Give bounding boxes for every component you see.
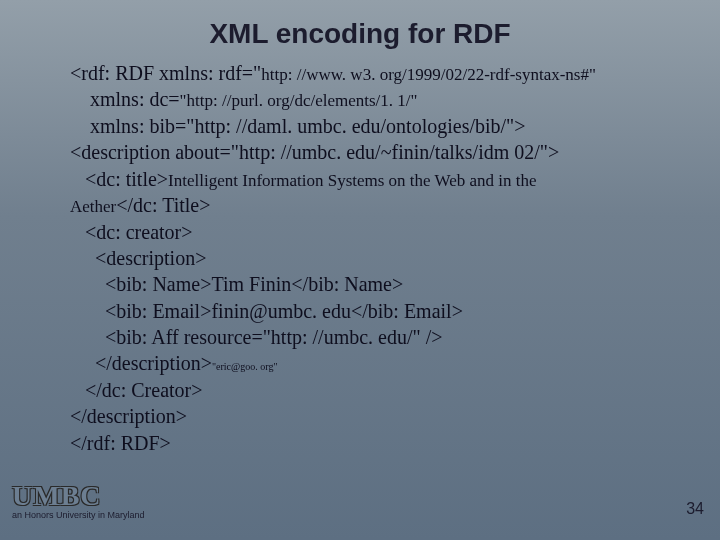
code-text: <dc: title>	[70, 168, 168, 190]
code-line: <description about="http: //umbc. edu/~f…	[70, 139, 680, 165]
code-line: </description>	[70, 403, 680, 429]
footer-brand-block: UMBC an Honors University in Maryland	[12, 483, 145, 520]
code-line: </description>"eric@goo. org"	[70, 350, 680, 376]
code-line: xmlns: dc="http: //purl. org/dc/elements…	[70, 86, 680, 112]
code-text: http: //www. w3. org/1999/02/22-rdf-synt…	[261, 65, 596, 84]
code-line: xmlns: bib="http: //daml. umbc. edu/onto…	[70, 113, 680, 139]
code-block: <rdf: RDF xmlns: rdf="http: //www. w3. o…	[70, 60, 680, 456]
code-line: <rdf: RDF xmlns: rdf="http: //www. w3. o…	[70, 60, 680, 86]
slide: XML encoding for RDF <rdf: RDF xmlns: rd…	[0, 0, 720, 540]
code-line: <bib: Email>finin@umbc. edu</bib: Email>	[70, 298, 680, 324]
brand-logo: UMBC	[12, 483, 145, 508]
code-line: <dc: creator>	[70, 219, 680, 245]
code-line: </dc: Creator>	[70, 377, 680, 403]
code-line: Aether</dc: Title>	[70, 192, 680, 218]
code-text: <rdf: RDF xmlns: rdf="	[70, 62, 261, 84]
code-text: "eric@goo. org"	[212, 361, 278, 372]
code-line: <description>	[70, 245, 680, 271]
code-text: xmlns: dc=	[70, 88, 180, 110]
code-text: Intelligent Information Systems on the W…	[168, 171, 536, 190]
code-text: Aether	[70, 197, 116, 216]
code-line: <bib: Name>Tim Finin</bib: Name>	[70, 271, 680, 297]
code-line: </rdf: RDF>	[70, 430, 680, 456]
code-line: <bib: Aff resource="http: //umbc. edu/" …	[70, 324, 680, 350]
brand-tagline: an Honors University in Maryland	[12, 510, 145, 520]
slide-title: XML encoding for RDF	[0, 18, 720, 50]
code-line: <dc: title>Intelligent Information Syste…	[70, 166, 680, 192]
code-text: </description>	[70, 352, 212, 374]
code-text: "http: //purl. org/dc/elements/1. 1/"	[180, 91, 418, 110]
code-text: </dc: Title>	[116, 194, 210, 216]
page-number: 34	[686, 500, 704, 518]
